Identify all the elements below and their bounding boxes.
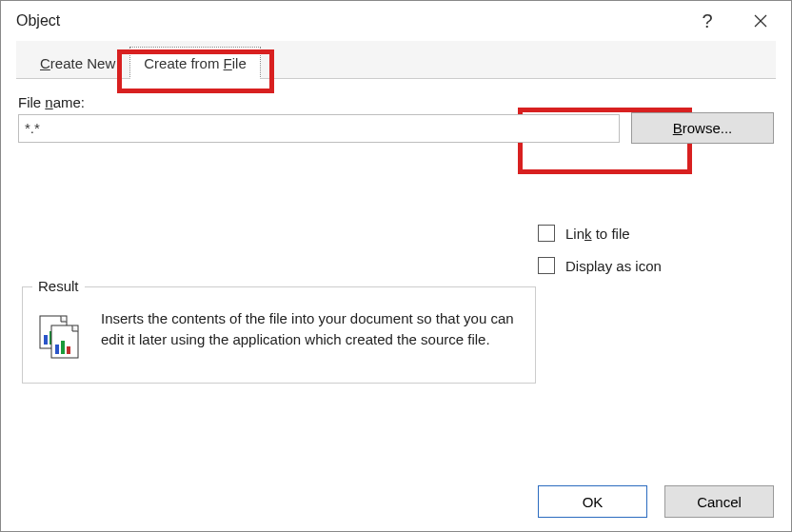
button-row: OK Cancel	[538, 485, 774, 518]
svg-rect-3	[44, 335, 48, 345]
result-legend: Result	[32, 278, 85, 294]
title-bar: Object ?	[1, 1, 791, 41]
tab-row: Create New Create from File	[16, 41, 776, 79]
help-button[interactable]: ?	[681, 1, 734, 41]
close-button[interactable]	[734, 1, 787, 41]
ok-button[interactable]: OK	[538, 485, 647, 518]
dialog-content: File name: Browse... Link to file Displa…	[1, 79, 791, 531]
dialog-title: Object	[16, 12, 60, 30]
display-as-icon-label: Display as icon	[565, 258, 662, 274]
browse-button[interactable]: Browse...	[631, 112, 774, 144]
link-to-file-input[interactable]	[538, 225, 555, 242]
tab-create-new[interactable]: Create New	[26, 47, 129, 79]
file-name-label: File name:	[18, 94, 774, 110]
tab-create-from-file[interactable]: Create from File	[129, 47, 261, 79]
result-text: Inserts the contents of the file into yo…	[101, 308, 522, 360]
svg-rect-8	[61, 341, 65, 354]
link-to-file-checkbox[interactable]: Link to file	[534, 222, 662, 245]
close-icon	[754, 14, 767, 28]
file-name-input[interactable]	[18, 114, 620, 143]
object-dialog: Object ? Create New Create from File Fil…	[0, 0, 792, 532]
cancel-button[interactable]: Cancel	[664, 485, 774, 518]
display-as-icon-input[interactable]	[538, 257, 555, 274]
svg-rect-9	[67, 346, 70, 354]
display-as-icon-checkbox[interactable]: Display as icon	[534, 254, 662, 277]
document-chart-icon	[36, 308, 88, 360]
result-group: Result Inserts the contents of the file …	[22, 286, 536, 384]
svg-rect-7	[55, 345, 59, 354]
